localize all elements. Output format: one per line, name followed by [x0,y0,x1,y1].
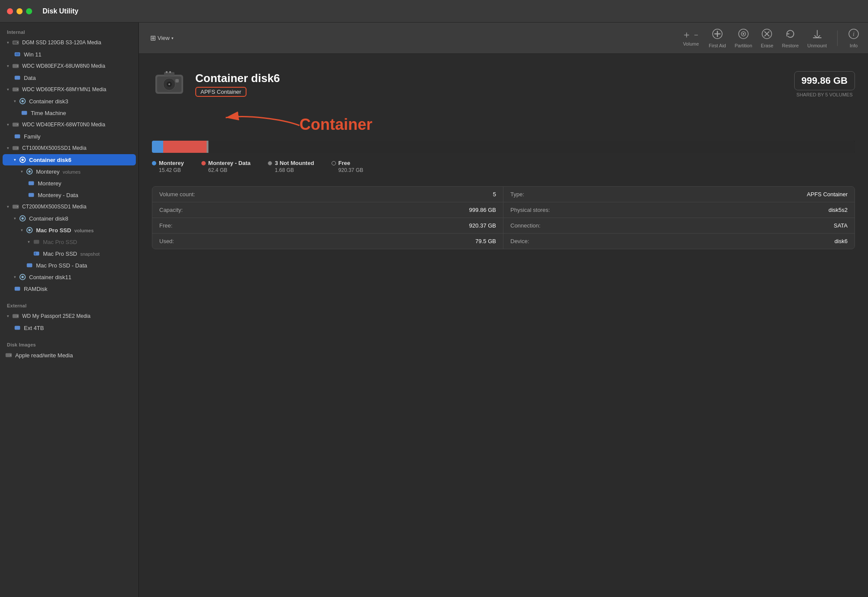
sidebar-item-monterey-volumes[interactable]: ▾ Monterey volumes [3,166,136,177]
minus-icon: － [692,31,700,39]
sidebar-item-dgm-media[interactable]: ▾ DGM SSD 120GB S3-120A Media [3,37,136,48]
disk-name: Container disk6 [195,72,794,85]
legend-size: 1.68 GB [275,167,314,173]
chevron-icon: ▾ [4,313,11,320]
first-aid-action[interactable]: First Aid [709,28,726,48]
partition-icon [738,28,749,41]
sidebar-item-data[interactable]: Data [3,72,136,83]
svg-point-2 [17,42,18,43]
sidebar-item-win11[interactable]: Win 11 [3,49,136,60]
sidebar-label: WDC WD60EFRX-68MYMN1 Media [22,86,106,92]
volume-icon [13,50,22,59]
sidebar-label: Container disk11 [29,274,72,280]
info-value: SATA [834,222,848,229]
legend-name: Monterey [159,160,184,166]
volume-icon [27,191,36,199]
info-action[interactable]: i Info [848,28,859,48]
volume-icon [32,237,41,246]
sidebar-item-macpro-data[interactable]: Mac Pro SSD - Data [3,260,136,271]
svg-point-35 [21,276,23,278]
disk-icon [11,144,20,152]
info-device: Device: disk6 [503,234,855,249]
sidebar-item-container-disk11[interactable]: ▾ Container disk11 [3,271,136,283]
sidebar-label: Family [24,133,40,140]
partition-action[interactable]: Partition [735,28,752,48]
sidebar-label: Apple read/write Media [15,352,73,359]
svg-point-9 [17,89,18,90]
disk-icon [11,202,20,211]
sidebar-item-time-machine[interactable]: Time Machine [3,107,136,119]
sidebar-item-ext4tb[interactable]: Ext 4TB [3,322,136,333]
sidebar-item-ct2000[interactable]: ▾ CT2000MX500SSD1 Media [3,201,136,212]
sidebar-label: CT2000MX500SSD1 Media [22,204,86,210]
volume-icon [13,73,22,82]
info-volume-count: Volume count: 5 [152,187,503,202]
sidebar-item-monterey-data[interactable]: Monterey - Data [3,189,136,201]
sidebar-item-wdc40[interactable]: ▾ WDC WD40EFRX-68WT0N0 Media [3,119,136,130]
sidebar-label: Win 11 [24,51,41,58]
view-button[interactable]: ⊞ View ▾ [148,32,176,44]
legend-monterey: Monterey 15.42 GB [152,160,184,173]
svg-rect-32 [35,252,36,254]
sidebar-label: Ext 4TB [24,325,44,331]
container-icon [18,273,27,281]
sidebar-item-macpro-ssd-grayed[interactable]: ▾ Mac Pro SSD [3,236,136,247]
sidebar-section-external: External [0,300,138,310]
main-panel: Container disk6 APFS Container 999.86 GB… [139,54,868,597]
svg-text:i: i [853,31,855,37]
disk-size: 999.86 GB [794,71,855,90]
sidebar: Internal ▾ DGM SSD 120GB S3-120A Media W… [0,23,139,597]
sidebar-label: Mac Pro SSD [43,239,77,245]
chevron-icon: ▾ [18,168,25,175]
storage-legend: Monterey 15.42 GB Monterey - Data 62.4 G… [152,160,855,173]
sidebar-item-wd-passport[interactable]: ▾ WD My Passport 25E2 Media [3,310,136,322]
sidebar-item-macpro-volumes[interactable]: ▾ Mac Pro SSD volumes [3,224,136,236]
sidebar-item-family[interactable]: Family [3,131,136,142]
sidebar-item-apple-rw[interactable]: Apple read/write Media [3,350,136,361]
erase-action[interactable]: Erase [761,28,773,48]
restore-label: Restore [782,43,799,48]
close-button[interactable] [7,8,13,14]
info-label: Used: [159,238,174,244]
sidebar-item-wdc60[interactable]: ▾ WDC WD60EFRX-68MYMN1 Media [3,84,136,95]
unmount-label: Unmount [807,43,827,48]
sidebar-section-internal: Internal [0,26,138,36]
sidebar-item-container-disk3[interactable]: ▾ Container disk3 [3,96,136,107]
sidebar-item-monterey[interactable]: Monterey [3,178,136,189]
sidebar-item-ramdisk[interactable]: RAMDisk [3,283,136,294]
info-grid: Volume count: 5 Type: APFS Container Cap… [152,186,855,249]
sidebar-item-wdc80[interactable]: ▾ WDC WD80EFZX-68UW8N0 Media [3,60,136,72]
chevron-icon: ▾ [25,238,32,245]
sidebar-label: Container disk3 [29,98,68,105]
titlebar: Disk Utility [0,0,868,23]
info-value: APFS Container [807,191,848,198]
sidebar-label: WD My Passport 25E2 Media [22,313,90,319]
sidebar-item-macpro-snapshot[interactable]: Mac Pro SSD snapshot [3,248,136,259]
unmount-action[interactable]: Unmount [807,28,827,48]
restore-action[interactable]: Restore [782,28,799,48]
app-title: Disk Utility [43,7,79,15]
dot-red [201,161,206,165]
volume-action[interactable]: ＋ － Volume [682,30,700,46]
sidebar-item-ct1000[interactable]: ▾ CT1000MX500SSD1 Media [3,142,136,154]
chevron-icon: ▾ [4,121,11,128]
info-label: Info [850,43,858,48]
legend-free: Free 920.37 GB [332,160,363,173]
disk-icon [4,351,13,360]
container-icon [18,155,27,164]
minimize-button[interactable] [16,8,23,14]
volumes-icon [25,226,34,234]
info-used: Used: 79.5 GB [152,234,503,249]
disk-size-label: SHARED BY 5 VOLUMES [794,92,855,97]
legend-name: Free [339,160,350,166]
volume-icon [13,284,22,293]
svg-rect-30 [34,240,39,244]
dot-white [332,161,336,165]
dot-gray [268,161,272,165]
sidebar-item-container-disk8[interactable]: ▾ Container disk8 [3,213,136,224]
chevron-icon: ▾ [11,156,18,163]
fullscreen-button[interactable] [26,8,32,14]
disk-icon [11,38,20,47]
sidebar-item-container-disk6[interactable]: ▾ Container disk6 [3,154,136,165]
container-icon [18,214,27,223]
